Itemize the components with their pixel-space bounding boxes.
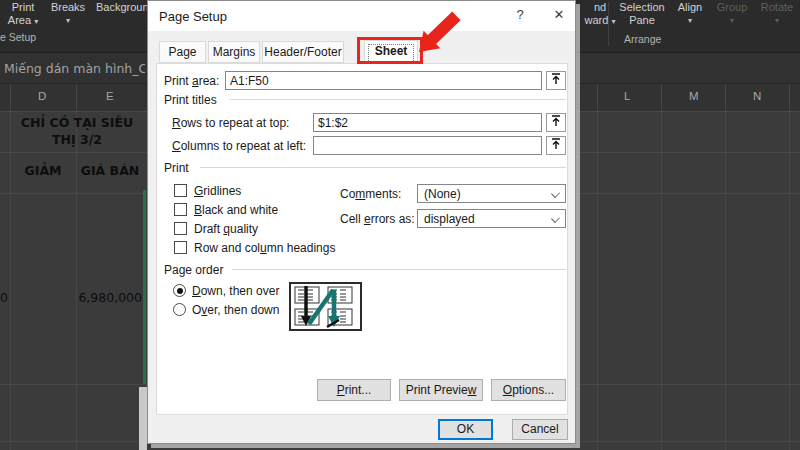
collapse-dialog-icon (550, 72, 562, 85)
cell-giam-header[interactable]: GIẢM (10, 163, 76, 178)
ribbon-print-area-line2: Area ▾ (2, 14, 44, 28)
annotation-arrow-icon (400, 6, 470, 66)
chevron-down-icon (551, 214, 560, 223)
print-area-boundary-line (143, 190, 146, 384)
ribbon-print-area-line1: Print (2, 1, 44, 14)
row-column-headings-checkbox[interactable] (174, 241, 187, 254)
group-separator (232, 269, 566, 270)
comments-dropdown[interactable]: (None) (417, 184, 566, 203)
print-area-label: Print area: (164, 74, 219, 88)
tab-margins[interactable]: Margins (208, 41, 260, 63)
group-separator (200, 167, 566, 168)
collapse-dialog-icon (550, 137, 562, 150)
comments-label: Comments: (340, 187, 401, 201)
dropdown-icon: ▾ (712, 14, 752, 27)
cell-partial-value[interactable]: 0 (0, 290, 8, 305)
ribbon-group-button[interactable]: Group ▾ (712, 1, 752, 27)
gridline (597, 84, 598, 450)
print-group-label: Print (164, 161, 189, 175)
cell-merged-title[interactable]: CHỈ CÓ TẠI SIÊU THỊ 3/2 (10, 114, 144, 148)
column-header-l[interactable]: L (624, 90, 630, 102)
ribbon-align-button[interactable]: Align ▾ (672, 1, 708, 27)
print-area-input[interactable]: A1:F50 (225, 71, 542, 90)
row-column-headings-label: Row and column headings (194, 241, 335, 255)
print-titles-group-label: Print titles (164, 93, 217, 107)
column-header-d[interactable]: D (38, 90, 46, 102)
cols-repeat-input[interactable] (313, 136, 542, 155)
cell-gia-ban-header[interactable]: GIÁ BÁN (76, 163, 144, 178)
cell-price-value[interactable]: 6,980,000 (60, 290, 142, 305)
name-box-text: Miếng dán màn hình_Ch (4, 61, 145, 76)
gridline (725, 84, 726, 450)
rows-repeat-label: Rows to repeat at top: (172, 116, 289, 130)
close-icon[interactable]: ✕ (548, 7, 570, 25)
ribbon-arrange-group-label: Arrange (624, 33, 661, 45)
help-icon[interactable]: ? (509, 7, 531, 25)
gridline (789, 84, 790, 450)
dropdown-icon: ▾ (672, 14, 708, 27)
ribbon-rotate-button[interactable]: Rotate ▾ (756, 1, 798, 27)
down-then-over-label: Down, then over (192, 284, 279, 298)
cols-repeat-label: Columns to repeat at left: (172, 139, 306, 153)
chevron-down-icon (551, 189, 560, 198)
dropdown-icon: ▾ (756, 14, 798, 27)
gridline (661, 84, 662, 450)
group-separator (230, 99, 566, 100)
ribbon-selection-pane-button[interactable]: Selection Pane (612, 1, 672, 27)
page-setup-dialog: Page Setup ? ✕ Page Margins Header/Foote… (147, 0, 576, 444)
page-order-preview-image (289, 282, 362, 331)
cell-errors-label: Cell errors as: (340, 212, 415, 226)
dropdown-icon: ▾ (34, 17, 38, 26)
dialog-edge-bar (139, 387, 147, 450)
cancel-button[interactable]: Cancel (512, 419, 568, 440)
print-button[interactable]: Print... (317, 379, 391, 401)
column-header-n[interactable]: N (753, 90, 761, 102)
ribbon-page-setup-group-label: e Setup (0, 31, 36, 43)
rows-repeat-input[interactable]: $1:$2 (313, 113, 542, 132)
cols-repeat-collapse-button[interactable] (546, 136, 566, 155)
gridlines-checkbox[interactable] (174, 184, 187, 197)
down-then-over-radio[interactable] (173, 284, 186, 297)
over-then-down-radio[interactable] (173, 303, 186, 316)
tab-page[interactable]: Page (159, 41, 206, 63)
draft-quality-checkbox[interactable] (174, 222, 187, 235)
black-and-white-label: Black and white (194, 203, 278, 217)
page-order-group-label: Page order (164, 263, 223, 277)
draft-quality-label: Draft quality (194, 222, 258, 236)
column-header-e[interactable]: E (106, 90, 114, 102)
dropdown-icon: ▾ (45, 14, 91, 27)
dialog-titlebar[interactable]: Page Setup ? ✕ (148, 1, 575, 31)
ribbon-breaks-button[interactable]: Breaks ▾ (45, 1, 91, 27)
column-header-m[interactable]: M (689, 90, 699, 102)
rows-repeat-collapse-button[interactable] (546, 113, 566, 132)
ribbon-print-area-button[interactable]: Print Area ▾ (2, 1, 44, 28)
over-then-down-label: Over, then down (192, 303, 279, 317)
options-button[interactable]: Options... (491, 379, 566, 401)
collapse-dialog-icon (550, 114, 562, 127)
print-area-collapse-button[interactable] (546, 71, 566, 90)
gridlines-label: Gridlines (194, 184, 241, 198)
print-preview-button[interactable]: Print Preview (399, 379, 483, 401)
ok-button[interactable]: OK (438, 419, 493, 440)
black-and-white-checkbox[interactable] (174, 203, 187, 216)
tab-header-footer[interactable]: Header/Footer (262, 41, 344, 63)
dialog-title: Page Setup (159, 9, 227, 24)
cell-errors-dropdown[interactable]: displayed (417, 209, 566, 228)
